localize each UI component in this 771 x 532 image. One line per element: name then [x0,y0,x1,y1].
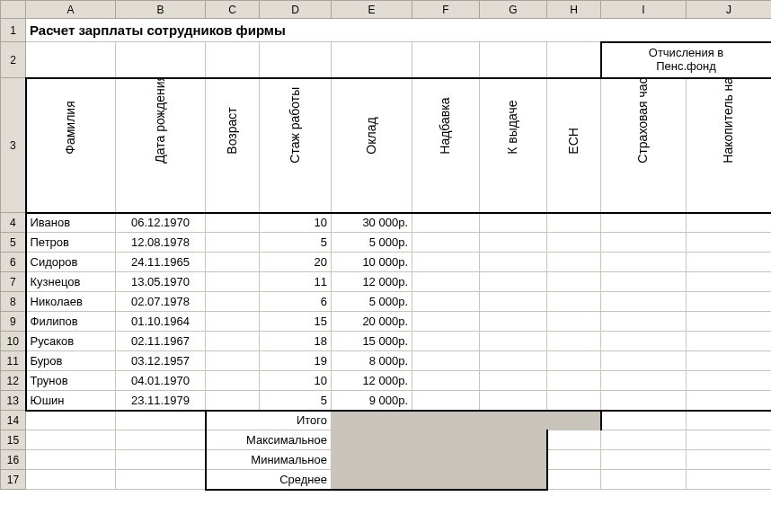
hdr-insur[interactable]: Страховая часть [601,78,687,213]
cell-salary[interactable]: 12 000р. [332,272,412,292]
cell-esn[interactable] [547,233,601,253]
summary-label-min[interactable]: Минимальное [206,450,332,470]
cell-accum[interactable] [687,332,772,351]
col-header-J[interactable]: J [687,1,772,19]
row-header-9[interactable]: 9 [1,312,26,332]
row-header-6[interactable]: 6 [1,253,26,272]
cell-tenure[interactable]: 5 [260,233,332,253]
col-header-G[interactable]: G [480,1,547,19]
cell-H17[interactable] [547,470,601,490]
cell-topay[interactable] [480,391,547,411]
cell-age[interactable] [206,213,260,233]
summary-val-G15[interactable] [480,430,547,450]
cell-topay[interactable] [480,292,547,312]
row-header-12[interactable]: 12 [1,371,26,391]
summary-val-F16[interactable] [412,450,480,470]
cell-esn[interactable] [547,371,601,391]
cell-bonus[interactable] [412,272,480,292]
cell-A16[interactable] [26,450,116,470]
cell-topay[interactable] [480,213,547,233]
row-header-10[interactable]: 10 [1,332,26,351]
cell-bonus[interactable] [412,253,480,272]
summary-val-E16[interactable] [332,450,412,470]
row-header-15[interactable]: 15 [1,430,26,450]
cell-J17[interactable] [687,470,772,490]
cell-accum[interactable] [687,351,772,371]
cell-insur[interactable] [601,391,687,411]
cell-surname[interactable]: Юшин [26,391,116,411]
cell-accum[interactable] [687,213,772,233]
cell-accum[interactable] [687,292,772,312]
col-header-H[interactable]: H [547,1,601,19]
cell-insur[interactable] [601,253,687,272]
cell-surname[interactable]: Иванов [26,213,116,233]
cell-salary[interactable]: 20 000р. [332,312,412,332]
cell-G2[interactable] [480,42,547,78]
cell-tenure[interactable]: 20 [260,253,332,272]
cell-B15[interactable] [116,430,206,450]
cell-bonus[interactable] [412,391,480,411]
cell-A14[interactable] [26,411,116,430]
cell-tenure[interactable]: 11 [260,272,332,292]
cell-I14[interactable] [601,411,687,430]
hdr-accum[interactable]: Накопитель ная часть [687,78,772,213]
cell-dob[interactable]: 24.11.1965 [116,253,206,272]
cell-salary[interactable]: 8 000р. [332,351,412,371]
hdr-age[interactable]: Возраст [206,78,260,213]
cell-age[interactable] [206,351,260,371]
row-header-16[interactable]: 16 [1,450,26,470]
cell-salary[interactable]: 5 000р. [332,233,412,253]
cell-bonus[interactable] [412,351,480,371]
cell-H16[interactable] [547,450,601,470]
cell-dob[interactable]: 01.10.1964 [116,312,206,332]
cell-tenure[interactable]: 19 [260,351,332,371]
cell-B16[interactable] [116,450,206,470]
cell-dob[interactable]: 06.12.1970 [116,213,206,233]
cell-surname[interactable]: Филипов [26,312,116,332]
cell-age[interactable] [206,292,260,312]
row-header-8[interactable]: 8 [1,292,26,312]
summary-val-F15[interactable] [412,430,480,450]
spreadsheet-view[interactable]: A B C D E F G H I J 1 Расчет зарплаты со… [0,0,771,532]
col-header-A[interactable]: A [26,1,116,19]
cell-age[interactable] [206,312,260,332]
cell-topay[interactable] [480,312,547,332]
cell-topay[interactable] [480,351,547,371]
cell-esn[interactable] [547,312,601,332]
worksheet-grid[interactable]: A B C D E F G H I J 1 Расчет зарплаты со… [0,0,771,491]
cell-insur[interactable] [601,213,687,233]
cell-topay[interactable] [480,233,547,253]
cell-salary[interactable]: 10 000р. [332,253,412,272]
pension-group-header[interactable]: Отчисления в Пенс.фонд [601,42,772,78]
row-header-4[interactable]: 4 [1,213,26,233]
col-header-B[interactable]: B [116,1,206,19]
cell-tenure[interactable]: 18 [260,332,332,351]
cell-insur[interactable] [601,332,687,351]
cell-insur[interactable] [601,371,687,391]
cell-insur[interactable] [601,272,687,292]
cell-accum[interactable] [687,272,772,292]
cell-surname[interactable]: Трунов [26,371,116,391]
cell-esn[interactable] [547,292,601,312]
cell-salary[interactable]: 9 000р. [332,391,412,411]
cell-J14[interactable] [687,411,772,430]
cell-I15[interactable] [601,430,687,450]
cell-bonus[interactable] [412,332,480,351]
cell-dob[interactable]: 04.01.1970 [116,371,206,391]
summary-val-H14[interactable] [547,411,601,430]
row-header-17[interactable]: 17 [1,470,26,490]
cell-surname[interactable]: Сидоров [26,253,116,272]
cell-tenure[interactable]: 10 [260,371,332,391]
hdr-topay[interactable]: К выдаче [480,78,547,213]
cell-bonus[interactable] [412,292,480,312]
cell-B2[interactable] [116,42,206,78]
cell-surname[interactable]: Буров [26,351,116,371]
summary-val-G16[interactable] [480,450,547,470]
cell-tenure[interactable]: 10 [260,213,332,233]
cell-accum[interactable] [687,253,772,272]
cell-accum[interactable] [687,391,772,411]
cell-C2[interactable] [206,42,260,78]
cell-age[interactable] [206,371,260,391]
cell-accum[interactable] [687,233,772,253]
hdr-dob[interactable]: Дата рождения [116,78,206,213]
